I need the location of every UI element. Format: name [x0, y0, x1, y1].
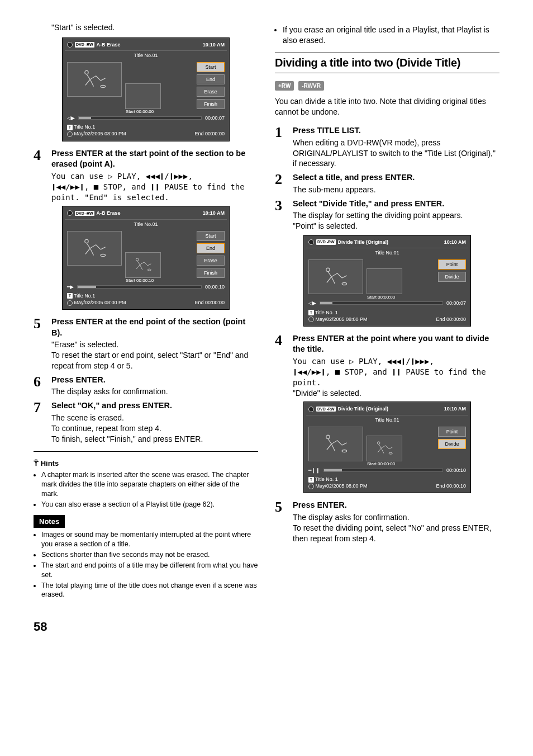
- section-title: Dividing a title into two (Divide Title): [275, 53, 499, 73]
- progress-bar[interactable]: [323, 469, 443, 472]
- progress-bar[interactable]: [78, 116, 202, 120]
- step-heading: Press TITLE LIST.: [293, 125, 499, 136]
- notes-list: Images or sound may be momentarily inter…: [34, 530, 258, 599]
- end-time-label: End 00:00:00: [194, 299, 225, 306]
- step-text: The display for setting the dividing poi…: [293, 210, 499, 231]
- erase-button[interactable]: Erase: [197, 87, 225, 97]
- panel-time: 10:10 AM: [444, 239, 466, 245]
- step-text: The sub-menu appears.: [293, 185, 499, 195]
- note-item: Images or sound may be momentarily inter…: [41, 530, 258, 549]
- ab-erase-panel-1: DVD -RW A-B Erase 10:10 AM Title No.01 S…: [62, 37, 230, 141]
- thumbnail: [67, 62, 122, 97]
- hint-item: A chapter mark is inserted after the sce…: [41, 470, 258, 499]
- start-time-label: Start 00:00:10: [126, 278, 154, 284]
- step-heading: Select a title, and press ENTER.: [293, 172, 499, 183]
- progress-time: 00:00:07: [446, 300, 466, 306]
- step-number-7: 7: [34, 400, 51, 444]
- step-number-4: 4: [34, 148, 51, 203]
- t-badge-icon: T: [67, 293, 73, 299]
- disc-icon: [67, 42, 73, 48]
- divide-button[interactable]: Divide: [438, 439, 466, 449]
- divide-panel-2: DVD -RW Divide Title (Original) 10:10 AM…: [303, 401, 471, 493]
- thumbnail: [308, 259, 363, 294]
- intro-text: You can divide a title into two. Note th…: [275, 96, 499, 117]
- disc-type-badge: DVD -RW: [75, 42, 94, 47]
- start-time-label: Start 00:00:00: [367, 461, 395, 467]
- step-text: The display asks for confirmation. To re…: [293, 512, 499, 544]
- panel-title: A-B Erase: [97, 210, 121, 216]
- panel-subtitle: Title No.01: [306, 248, 468, 257]
- note-item: Sections shorter than five seconds may n…: [41, 550, 258, 560]
- step-text: When editing a DVD-RW(VR mode), press OR…: [293, 138, 499, 169]
- ab-erase-panel-2: DVD -RW A-B Erase 10:10 AM Title No.01 S…: [62, 206, 230, 310]
- panel-time: 10:10 AM: [203, 210, 225, 216]
- title-number: Title No.1: [74, 293, 95, 299]
- step-text: The display asks for confirmation.: [51, 386, 258, 397]
- thumbnail-start: Start 00:00:00: [367, 436, 402, 461]
- note-item: If you erase an original title used in a…: [283, 25, 499, 46]
- step-heading: Press ENTER at the end point of the sect…: [51, 316, 258, 338]
- erase-button[interactable]: Erase: [197, 256, 225, 266]
- progress-time: 00:00:10: [446, 467, 466, 474]
- step-text: You can use ▷ PLAY, ◀◀◀❙/❙▶▶▶, ❙◀◀/▶▶❙, …: [51, 171, 258, 203]
- point-button[interactable]: Point: [438, 427, 466, 437]
- disc-type-badge: DVD -RW: [316, 407, 336, 412]
- top-note-list: If you erase an original title used in a…: [275, 25, 499, 46]
- clock-icon: [67, 131, 73, 137]
- disc-icon: [67, 210, 73, 216]
- step-number-1: 1: [275, 125, 293, 169]
- step-heading: Press ENTER at the point where you want …: [293, 333, 499, 355]
- step-text: You can use ▷ PLAY, ◀◀◀❙/❙▶▶▶, ❙◀◀/▶▶❙, …: [293, 356, 499, 399]
- panel-subtitle: Title No.01: [65, 219, 227, 229]
- title-number: Title No. 1: [315, 310, 338, 315]
- start-button[interactable]: Start: [197, 231, 225, 241]
- format-badge: +RW: [275, 81, 294, 91]
- timestamp: May/02/2005 08:00 PM: [74, 131, 126, 136]
- play-icon: ◁▶: [308, 300, 316, 306]
- step-number-2: 2: [275, 172, 293, 195]
- progress-time: 00:00:07: [205, 115, 225, 121]
- progress-bar[interactable]: [77, 285, 202, 289]
- divide-button[interactable]: Divide: [438, 272, 466, 282]
- thumbnail: [308, 427, 363, 461]
- step-text: "Erase" is selected. To reset the start …: [51, 339, 258, 371]
- thumbnail-start: Start 00:00:10: [125, 252, 161, 278]
- hint-item: You can also erase a section of a Playli…: [41, 500, 258, 509]
- step-heading: Press ENTER at the start point of the se…: [51, 148, 258, 170]
- finish-button[interactable]: Finish: [197, 268, 225, 278]
- panel-subtitle: Title No.01: [65, 50, 227, 60]
- end-button[interactable]: End: [197, 243, 225, 253]
- end-time-label: End 00:00:00: [436, 316, 466, 323]
- clock-icon: [308, 316, 314, 322]
- step-heading: Select "Divide Title," and press ENTER.: [293, 199, 499, 210]
- thumbnail-start: Start 00:00:00: [125, 83, 161, 109]
- pause-icon: ━❙❙: [308, 467, 320, 474]
- step-number-3: 3: [275, 199, 293, 231]
- step-number-6: 6: [34, 375, 51, 397]
- hints-list: A chapter mark is inserted after the sce…: [34, 470, 258, 509]
- point-button[interactable]: Point: [438, 259, 466, 270]
- panel-time: 10:10 AM: [444, 405, 466, 412]
- step-number-5: 5: [275, 500, 293, 544]
- hints-heading: ϔ Hints: [34, 459, 258, 469]
- step-heading: Press ENTER.: [51, 375, 258, 386]
- progress-bar[interactable]: [320, 301, 443, 305]
- title-number: Title No. 1: [315, 476, 338, 482]
- play-icon: ◁▶: [67, 115, 75, 121]
- end-time-label: End 00:00:00: [194, 130, 225, 137]
- panel-title: Divide Title (Original): [338, 239, 388, 245]
- divide-panel-1: DVD -RW Divide Title (Original) 10:10 AM…: [303, 235, 471, 327]
- end-button[interactable]: End: [197, 74, 225, 84]
- panel-time: 10:10 AM: [203, 41, 225, 48]
- t-badge-icon: T: [308, 477, 314, 483]
- finish-button[interactable]: Finish: [197, 99, 225, 109]
- timestamp: May/02/2005 08:00 PM: [316, 483, 368, 489]
- notes-heading: Notes: [34, 515, 65, 528]
- progress-time: 00:00:10: [205, 284, 225, 290]
- disc-icon: [308, 407, 314, 412]
- clock-icon: [308, 484, 314, 489]
- timestamp: May/02/2005 08:00 PM: [74, 300, 126, 305]
- start-button[interactable]: Start: [197, 62, 225, 72]
- step-number-4: 4: [275, 333, 293, 399]
- step-heading: Press ENTER.: [293, 500, 499, 511]
